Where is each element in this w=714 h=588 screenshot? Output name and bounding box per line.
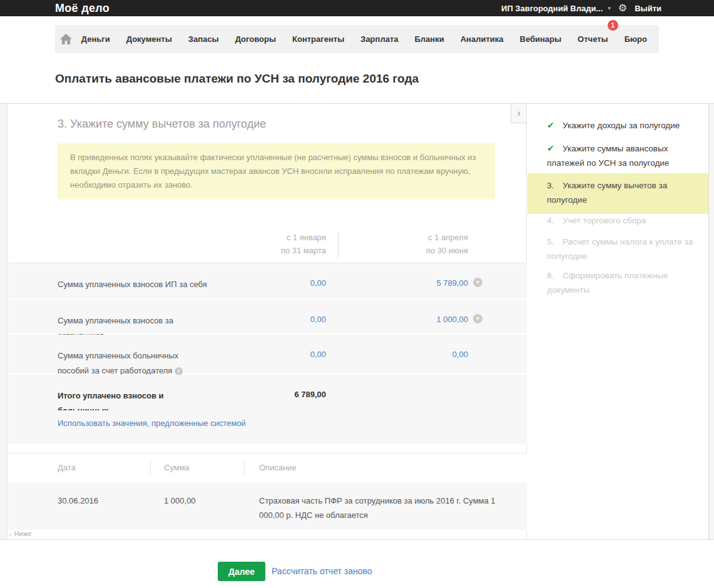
table-row: Сумма уплаченных больничных пособий за с…: [8, 335, 527, 375]
amount-q1-field[interactable]: 0,00: [245, 350, 326, 359]
app-logo[interactable]: Моё дело: [55, 2, 110, 15]
payment-row: 30.06.2016 1 000,00 Страховая часть ПФР …: [8, 483, 527, 530]
payments-table-header: Дата Сумма Описание: [8, 454, 527, 483]
period-column-q1: с 1 января по 31 марта: [226, 231, 326, 257]
app-root: Моё дело ИП Завгородний Влади... ▾ ⚙ Вый…: [0, 0, 714, 588]
step-1-incomes[interactable]: ✔ Укажите доходы за полугодие: [528, 118, 708, 133]
notice-box: В приведенных полях указывайте фактическ…: [58, 143, 495, 200]
nav-item-bureau[interactable]: Бюро: [616, 25, 655, 53]
user-menu[interactable]: ИП Завгородний Влади...: [501, 4, 603, 13]
total-value: 6 789,00: [245, 390, 326, 399]
step-label: Укажите сумму вычетов за полугодие: [547, 178, 701, 207]
total-row: Итого уплачено взносов и больничных 6 78…: [8, 375, 527, 410]
topbar: Моё дело ИП Завгородний Влади... ▾ ⚙ Вый…: [0, 0, 714, 16]
step-2-advance-payments[interactable]: ✔ Укажите суммы авансовых платежей по УС…: [528, 141, 708, 170]
step-5-tax-calculation: 5. Расчет суммы налога к уплате за полуг…: [528, 235, 708, 263]
period-q1-line2: по 31 марта: [226, 244, 326, 257]
recalculate-report-link[interactable]: Рассчитать отчет заново: [272, 566, 372, 576]
header-amount: Сумма: [164, 463, 190, 472]
nav-item-forms[interactable]: Бланки: [407, 25, 452, 53]
period-column-q2: с 1 апреля по 30 июня: [368, 231, 468, 257]
amount-dropdown-icon[interactable]: ▾: [473, 314, 482, 323]
nav-item-documents[interactable]: Документы: [118, 25, 180, 53]
column-divider: [150, 460, 151, 476]
gear-icon[interactable]: ⚙: [618, 3, 627, 13]
step-number: 3.: [547, 178, 554, 193]
step-label: Учет торгового сбора: [547, 213, 701, 228]
payment-date: 30.06.2016: [58, 494, 98, 508]
steps-sidebar: ✔ Укажите доходы за полугодие ✔ Укажите …: [528, 104, 708, 539]
nav-item-salary[interactable]: Зарплата: [352, 25, 406, 53]
step-number: 5.: [547, 235, 554, 249]
period-q2-line1: с 1 апреля: [368, 231, 468, 244]
amount-dropdown-icon[interactable]: ▾: [473, 278, 482, 287]
step-heading: 3. Укажите сумму вычетов за полугодие: [58, 118, 266, 131]
left-gutter: [0, 104, 8, 539]
main-nav: Деньги Документы Запасы Договоры Контраг…: [55, 25, 659, 53]
scroll-below-hint[interactable]: ↓ Ниже: [9, 530, 31, 537]
content-area: › 3. Укажите сумму вычетов за полугодие …: [0, 103, 714, 539]
table-row: Сумма уплаченных взносов ИП за себя 0,00…: [8, 263, 527, 300]
step-number: 6.: [547, 268, 554, 283]
link-row: Использовать значения, предложенные сист…: [8, 410, 527, 444]
row-label-text: Сумма уплаченных больничных пособий за с…: [58, 351, 178, 375]
amount-q2-field[interactable]: 0,00: [387, 350, 468, 359]
header-description: Описание: [259, 463, 297, 472]
step-4-trade-fee: 4. Учет торгового сбора: [528, 213, 708, 228]
wizard-card: › 3. Укажите сумму вычетов за полугодие …: [8, 104, 527, 539]
nav-item-webinars[interactable]: Вебинары: [512, 25, 570, 53]
row-label: Сумма уплаченных больничных пособий за с…: [58, 348, 208, 378]
payment-amount: 1 000,00: [164, 494, 196, 508]
period-q1-line1: с 1 января: [226, 231, 326, 244]
footer: Далее Рассчитать отчет заново: [0, 539, 714, 588]
chevron-down-icon[interactable]: ▾: [608, 5, 611, 11]
scroll-below-label: Ниже: [14, 530, 32, 537]
check-icon: ✔: [547, 118, 554, 133]
nav-item-money[interactable]: Деньги: [73, 25, 118, 53]
step-number: 4.: [547, 213, 554, 228]
use-system-values-link[interactable]: Использовать значения, предложенные сист…: [58, 418, 246, 428]
page-title: Оплатить авансовые платежи по УСН за пол…: [55, 72, 419, 86]
topbar-right: ИП Завгородний Влади... ▾ ⚙ Выйти: [501, 3, 661, 13]
nav-item-analytics[interactable]: Аналитика: [452, 25, 512, 53]
nav-item-reports[interactable]: Отчеты 1: [569, 25, 616, 53]
right-gutter: [708, 104, 714, 539]
step-6-payment-documents: 6. Сформировать платежные документы: [528, 268, 708, 297]
nav-item-contracts[interactable]: Договоры: [227, 25, 284, 53]
column-divider: [244, 460, 245, 476]
collapse-panel-button[interactable]: ›: [511, 104, 526, 123]
step-label: Укажите доходы за полугодие: [547, 118, 701, 133]
amount-q1-field[interactable]: 0,00: [245, 278, 326, 288]
arrow-down-icon: ↓: [9, 530, 13, 537]
logout-link[interactable]: Выйти: [635, 4, 661, 13]
step-label: Укажите суммы авансовых платежей по УСН …: [547, 141, 701, 170]
payments-table: Дата Сумма Описание 30.06.2016 1 000,00 …: [8, 453, 527, 530]
amount-q2-field[interactable]: 1 000,00: [387, 315, 468, 324]
row-label: Сумма уплаченных взносов ИП за себя: [58, 277, 208, 292]
amount-q1-field[interactable]: 0,00: [245, 315, 326, 324]
deductions-table-header: с 1 января по 31 марта с 1 апреля по 30 …: [8, 223, 527, 263]
payment-description: Страховая часть ПФР за сотрудников за ию…: [259, 494, 508, 522]
step-label: Сформировать платежные документы: [547, 268, 701, 297]
check-icon: ✔: [547, 141, 554, 156]
step-label: Расчет суммы налога к уплате за полугоди…: [547, 235, 701, 263]
amount-q2-field[interactable]: 5 789,00: [387, 278, 468, 288]
period-q2-line2: по 30 июня: [368, 244, 468, 257]
home-icon[interactable]: [59, 25, 73, 53]
step-3-deductions[interactable]: 3. Укажите сумму вычетов за полугодие: [528, 173, 708, 214]
table-row: Сумма уплаченных взносов за сотрудников …: [8, 300, 527, 335]
nav-item-reports-label: Отчеты: [578, 34, 608, 44]
next-button[interactable]: Далее: [218, 562, 265, 581]
nav-item-counterparties[interactable]: Контрагенты: [284, 25, 352, 53]
column-divider: [338, 231, 339, 258]
deductions-rows: Сумма уплаченных взносов ИП за себя 0,00…: [8, 263, 527, 444]
header-date: Дата: [58, 463, 76, 472]
nav-item-inventory[interactable]: Запасы: [180, 25, 227, 53]
